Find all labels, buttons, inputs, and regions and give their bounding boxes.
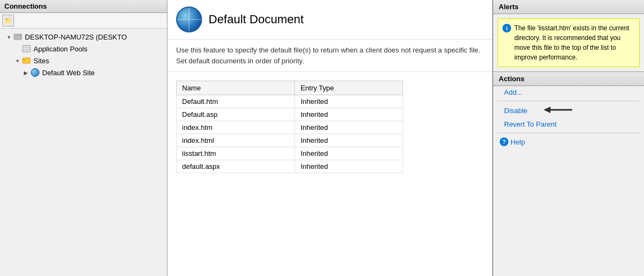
- col-entry-type-header: Entry Type: [295, 81, 403, 95]
- alerts-section: Alerts i The file 'iisstart.htm' exists …: [493, 0, 644, 72]
- documents-table: Name Entry Type Default.htmInheritedDefa…: [176, 81, 403, 173]
- help-icon: ?: [500, 137, 508, 146]
- revert-to-parent-action-link[interactable]: Revert To Parent: [493, 118, 644, 130]
- table-row[interactable]: Default.aspInherited: [177, 108, 403, 121]
- svg-rect-0: [14, 34, 22, 40]
- content-panel: Default Document Use this feature to spe…: [167, 0, 493, 276]
- svg-rect-6: [24, 49, 29, 50]
- actions-section: Actions Add... Disable Revert To Parent …: [493, 72, 644, 276]
- folder-icon: 📁: [4, 17, 12, 24]
- table-row[interactable]: index.htmlInherited: [177, 134, 403, 147]
- arrow-annotation: [542, 103, 575, 118]
- table-cell-entry-type: Inherited: [295, 134, 403, 147]
- table-row[interactable]: index.htmInherited: [177, 121, 403, 134]
- tree-default-web-site-node[interactable]: ▶ Default Web Site: [0, 67, 167, 78]
- connections-header: Connections: [0, 0, 167, 13]
- add-action-link[interactable]: Add...: [493, 86, 644, 98]
- alert-info-icon: i: [502, 24, 511, 32]
- web-site-icon: [30, 68, 40, 77]
- tree-sites-node[interactable]: ▾ Sites: [0, 55, 167, 67]
- svg-rect-5: [24, 47, 29, 48]
- right-panel: Alerts i The file 'iisstart.htm' exists …: [493, 0, 644, 276]
- alert-box: i The file 'iisstart.htm' exists in the …: [498, 18, 640, 67]
- content-header: Default Document: [167, 0, 492, 40]
- connections-toolbar: 📁: [0, 13, 167, 29]
- table-cell-entry-type: Inherited: [295, 160, 403, 173]
- page-title: Default Document: [209, 12, 304, 27]
- app-pools-icon: [22, 44, 31, 54]
- web-site-expander[interactable]: ▶: [22, 68, 30, 77]
- server-label: DESKTOP-NAMU72S (DESKTO: [25, 33, 127, 41]
- app-pools-label: Application Pools: [33, 45, 88, 53]
- connections-tree: ▾ DESKTOP-NAMU72S (DESKTO: [0, 29, 167, 276]
- svg-point-3: [19, 35, 21, 36]
- table-cell-name: Default.asp: [177, 108, 295, 121]
- table-cell-entry-type: Inherited: [295, 121, 403, 134]
- svg-rect-4: [23, 45, 30, 52]
- table-cell-name: index.html: [177, 134, 295, 147]
- table-cell-name: iisstart.htm: [177, 147, 295, 160]
- sites-icon: [22, 56, 31, 65]
- table-row[interactable]: iisstart.htmInherited: [177, 147, 403, 160]
- tree-app-pools-node[interactable]: Application Pools: [0, 43, 167, 55]
- table-row[interactable]: default.aspxInherited: [177, 160, 403, 173]
- table-cell-name: index.htm: [177, 121, 295, 134]
- table-cell-entry-type: Inherited: [295, 95, 403, 108]
- table-cell-entry-type: Inherited: [295, 108, 403, 121]
- content-table-area: Name Entry Type Default.htmInheritedDefa…: [167, 72, 492, 276]
- alerts-header: Alerts: [493, 0, 644, 14]
- table-row[interactable]: Default.htmInherited: [177, 95, 403, 108]
- content-description: Use this feature to specify the default …: [167, 40, 492, 72]
- table-cell-entry-type: Inherited: [295, 147, 403, 160]
- help-action[interactable]: ? Help: [493, 135, 644, 148]
- server-expander[interactable]: ▾: [4, 32, 13, 41]
- alert-message: The file 'iisstart.htm' exists in the cu…: [514, 23, 635, 62]
- svg-marker-10: [544, 107, 551, 113]
- table-cell-name: default.aspx: [177, 160, 295, 173]
- help-label: Help: [511, 138, 525, 146]
- svg-rect-8: [23, 59, 25, 61]
- server-icon: [13, 32, 23, 42]
- disable-action-link[interactable]: Disable: [493, 104, 538, 117]
- table-cell-name: Default.htm: [177, 95, 295, 108]
- action-separator-1: [498, 101, 640, 101]
- sites-expander[interactable]: ▾: [13, 56, 22, 65]
- action-separator-2: [498, 133, 640, 133]
- svg-rect-2: [15, 37, 21, 38]
- default-document-icon: [176, 6, 202, 32]
- default-web-site-label: Default Web Site: [42, 69, 95, 77]
- sites-label: Sites: [33, 57, 49, 65]
- connections-panel: Connections 📁 ▾ DESKTOP-NAMU72S (DESKT: [0, 0, 167, 276]
- tree-server-node[interactable]: ▾ DESKTOP-NAMU72S (DESKTO: [0, 31, 167, 43]
- col-name-header: Name: [177, 81, 295, 95]
- actions-header: Actions: [493, 72, 644, 86]
- app-pools-expander: [13, 44, 22, 53]
- toolbar-folder-btn[interactable]: 📁: [2, 15, 14, 27]
